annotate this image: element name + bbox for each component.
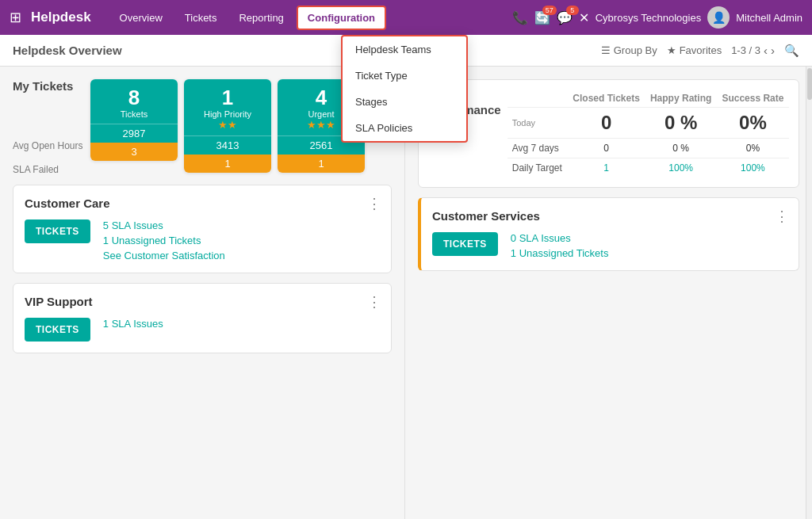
dropdown-stages[interactable]: Stages	[343, 89, 466, 115]
perf-today-label: Today	[508, 108, 568, 139]
high-priority-sla: 1	[184, 155, 271, 173]
perf-today-success: 0%	[717, 108, 789, 139]
perf-col-closed: Closed Tickets	[568, 90, 645, 108]
customer-services-title: Customer Services	[432, 209, 787, 223]
perf-col-success: Success Rate	[717, 90, 789, 108]
customer-services-card: Customer Services ⋮ TICKETS 0 SLA Issues…	[418, 197, 799, 271]
ticket-stat: 2987	[90, 124, 178, 143]
perf-col-empty	[508, 90, 568, 108]
performance-header: My Performance Today Closed Tickets Happ…	[428, 90, 789, 177]
high-priority-count: 1	[189, 87, 266, 108]
group-by-label: Group By	[614, 44, 657, 56]
perf-daily-success: 100%	[717, 158, 789, 178]
user-name: Mitchell Admin	[736, 12, 802, 24]
sla-failed-label: SLA Failed	[13, 164, 84, 175]
high-priority-label: High Priority	[189, 109, 266, 119]
ticket-label: Tickets	[95, 109, 173, 119]
nav-right: 📞 🔄 57 💬 5 ✕ Cybrosys Technologies 👤 Mit…	[512, 6, 802, 29]
customer-services-menu[interactable]: ⋮	[775, 208, 789, 225]
customer-care-unassigned-link[interactable]: 1 Unassigned Tickets	[103, 235, 225, 246]
dropdown-helpdesk-teams[interactable]: Helpdesk Teams	[343, 36, 466, 63]
perf-daily-label: Daily Target	[508, 158, 568, 178]
close-icon[interactable]: ✕	[579, 10, 589, 25]
nav-configuration[interactable]: Configuration	[297, 6, 386, 30]
bar-actions: ☰ Group By ★ Favorites 1-3 / 3 ‹ › 🔍	[601, 44, 799, 58]
dropdown-ticket-type[interactable]: Ticket Type	[343, 63, 466, 89]
topnav: ⊞ Helpdesk Overview Tickets Reporting Co…	[0, 0, 812, 35]
ticket-count: 8	[95, 87, 173, 108]
chat-badge: 57	[542, 6, 557, 15]
high-priority-stars: ★★	[189, 119, 266, 131]
perf-daily-row: Daily Target 1 100% 100%	[508, 158, 789, 178]
customer-care-links: 5 SLA Issues 1 Unassigned Tickets See Cu…	[103, 219, 225, 261]
customer-services-links: 0 SLA Issues 1 Unassigned Tickets	[511, 232, 609, 259]
vip-sla-link[interactable]: 1 SLA Issues	[103, 318, 163, 330]
scrollbar-thumb[interactable]	[807, 68, 812, 100]
urgent-sla: 1	[278, 155, 365, 173]
favorites-label: Favorites	[680, 44, 722, 56]
perf-today-closed: 0	[568, 108, 645, 139]
perf-daily-happy: 100%	[645, 158, 716, 178]
perf-avg7-success: 0%	[717, 139, 789, 158]
breadcrumb: Helpdesk Overview	[13, 44, 601, 57]
prev-page-button[interactable]: ‹	[764, 44, 768, 57]
next-page-button[interactable]: ›	[771, 44, 775, 57]
vip-support-menu[interactable]: ⋮	[367, 293, 381, 311]
customer-care-body: TICKETS 5 SLA Issues 1 Unassigned Ticket…	[25, 219, 380, 261]
customer-care-card: Customer Care ⋮ TICKETS 5 SLA Issues 1 U…	[13, 185, 392, 273]
perf-avg7-row: Avg 7 days 0 0 % 0%	[508, 139, 789, 158]
customer-services-body: TICKETS 0 SLA Issues 1 Unassigned Ticket…	[432, 232, 787, 259]
perf-avg7-label: Avg 7 days	[508, 139, 568, 158]
avg-open-hours-label: Avg Open Hours	[13, 140, 84, 151]
dropdown-sla-policies[interactable]: SLA Policies	[343, 115, 466, 141]
vip-tickets-button[interactable]: TICKETS	[25, 318, 90, 342]
phone-icon[interactable]: 📞	[512, 10, 528, 25]
list-icon: ☰	[601, 44, 611, 56]
high-priority-stat: 3413	[184, 135, 271, 155]
customer-care-satisfaction-link[interactable]: See Customer Satisfaction	[103, 250, 225, 261]
search-icon[interactable]: 🔍	[784, 44, 799, 58]
vip-support-card: VIP Support ⋮ TICKETS 1 SLA Issues	[13, 283, 392, 353]
nav-tickets[interactable]: Tickets	[175, 7, 227, 29]
grid-icon[interactable]: ⊞	[10, 9, 21, 26]
customer-services-sla-link[interactable]: 0 SLA Issues	[511, 232, 609, 244]
message-icon[interactable]: 💬 5	[557, 10, 573, 25]
customer-care-menu[interactable]: ⋮	[367, 195, 381, 212]
ticket-sla: 3	[90, 143, 178, 161]
customer-services-tickets-button[interactable]: TICKETS	[432, 232, 498, 256]
nav-overview[interactable]: Overview	[110, 7, 172, 29]
favorites-action[interactable]: ★ Favorites	[667, 44, 722, 56]
perf-daily-closed: 1	[568, 158, 645, 178]
star-icon: ★	[667, 44, 676, 56]
customer-care-title: Customer Care	[25, 197, 380, 210]
perf-today-happy: 0 %	[645, 108, 716, 139]
brand-logo: Helpdesk	[31, 10, 91, 25]
pagination: 1-3 / 3 ‹ ›	[731, 44, 775, 57]
customer-care-sla-link[interactable]: 5 SLA Issues	[103, 219, 225, 231]
my-tickets-label: My Tickets	[13, 79, 84, 93]
perf-avg7-happy: 0 %	[645, 139, 716, 158]
my-tickets-section: My Tickets Avg Open Hours SLA Failed 8 T…	[13, 79, 392, 175]
pagination-text: 1-3 / 3	[731, 44, 760, 56]
vip-support-title: VIP Support	[25, 295, 380, 308]
avatar[interactable]: 👤	[707, 6, 730, 29]
configuration-dropdown: Helpdesk Teams Ticket Type Stages SLA Po…	[341, 35, 468, 143]
perf-avg7-closed: 0	[568, 139, 645, 158]
my-tickets-meta: My Tickets Avg Open Hours SLA Failed	[13, 79, 84, 175]
scrollbar-track[interactable]	[806, 67, 812, 519]
ticket-card-tickets[interactable]: 8 Tickets 2987 3	[90, 79, 178, 161]
vip-support-body: TICKETS 1 SLA Issues	[25, 318, 380, 342]
chat-icon[interactable]: 🔄 57	[534, 10, 550, 25]
vip-support-links: 1 SLA Issues	[103, 318, 163, 330]
nav-reporting[interactable]: Reporting	[229, 7, 293, 29]
performance-table: Closed Tickets Happy Rating Success Rate…	[508, 90, 789, 177]
customer-services-unassigned-link[interactable]: 1 Unassigned Tickets	[511, 247, 609, 259]
company-name: Cybrosys Technologies	[596, 12, 701, 24]
perf-col-happy: Happy Rating	[645, 90, 716, 108]
perf-today-row: Today 0 0 % 0%	[508, 108, 789, 139]
ticket-card-high-priority[interactable]: 1 High Priority ★★ 3413 1	[184, 79, 271, 173]
group-by-action[interactable]: ☰ Group By	[601, 44, 657, 56]
performance-section: My Performance Today Closed Tickets Happ…	[418, 79, 799, 188]
customer-care-tickets-button[interactable]: TICKETS	[25, 219, 90, 243]
msg-badge: 5	[566, 6, 579, 15]
